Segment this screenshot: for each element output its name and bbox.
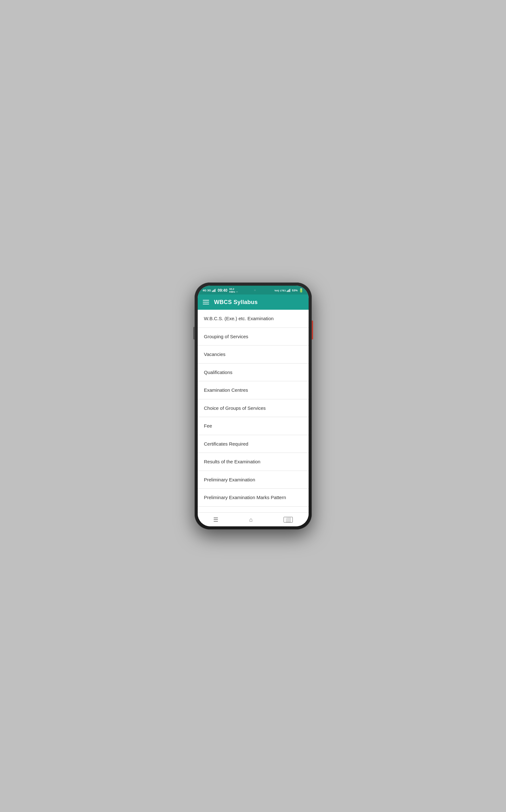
list-item[interactable]: W.B.C.S. (Exe.) etc. Examination <box>198 310 309 328</box>
list-item[interactable]: Results of the Examination <box>198 453 309 471</box>
back-icon: ⬜ <box>283 517 293 522</box>
hamburger-line-2 <box>203 302 209 302</box>
list-item[interactable]: Examination Centres <box>198 381 309 399</box>
notch <box>249 289 257 292</box>
signal-bars <box>212 289 216 292</box>
list-item[interactable]: Fee <box>198 417 309 435</box>
nav-home-button[interactable]: ⌂ <box>243 516 259 524</box>
list-item[interactable]: Main Examination <box>198 507 309 513</box>
network-indicator: 4G 3G <box>203 289 211 292</box>
status-bar: 4G 3G 09:40 60.2KB/s ··· Vol) LTE1 <box>198 286 309 295</box>
list-item[interactable]: Grouping of Services <box>198 328 309 346</box>
list-item[interactable]: Preliminary Examination Marks Pattern <box>198 489 309 507</box>
nav-back-button[interactable]: ⬜ <box>277 516 299 524</box>
nav-menu-button[interactable]: ☰ <box>207 516 225 524</box>
hamburger-line-1 <box>203 300 209 301</box>
hamburger-menu-button[interactable] <box>203 300 209 304</box>
list-item[interactable]: Preliminary Examination <box>198 471 309 489</box>
phone-frame: 4G 3G 09:40 60.2KB/s ··· Vol) LTE1 <box>194 283 312 529</box>
home-icon: ⌂ <box>249 517 253 522</box>
phone-screen: 4G 3G 09:40 60.2KB/s ··· Vol) LTE1 <box>198 286 309 526</box>
signal-bars-right <box>287 289 290 292</box>
data-speed: 60.2KB/s ··· <box>229 288 238 293</box>
camera-dot <box>254 290 256 291</box>
app-bar: WBCS Syllabus <box>198 295 309 310</box>
app-title: WBCS Syllabus <box>214 299 258 306</box>
lte-indicator: LTE1 <box>280 289 286 292</box>
status-right: Vol) LTE1 53% 🔋 <box>274 288 304 293</box>
hamburger-line-3 <box>203 304 209 304</box>
list-item[interactable]: Certificates Required <box>198 435 309 453</box>
status-left: 4G 3G 09:40 60.2KB/s ··· <box>203 288 238 293</box>
bottom-navigation: ☰ ⌂ ⬜ <box>198 512 309 526</box>
vol-indicator: Vol) <box>274 289 279 292</box>
list-item[interactable]: Qualifications <box>198 364 309 382</box>
battery-icon: 🔋 <box>299 288 304 293</box>
menu-list: W.B.C.S. (Exe.) etc. ExaminationGrouping… <box>198 310 309 512</box>
menu-icon: ☰ <box>213 517 218 522</box>
list-item[interactable]: Vacancies <box>198 345 309 364</box>
battery-percent: 53% <box>292 289 298 292</box>
list-item[interactable]: Choice of Groups of Services <box>198 399 309 417</box>
time-display: 09:40 <box>218 288 228 293</box>
notch-area <box>249 289 257 292</box>
